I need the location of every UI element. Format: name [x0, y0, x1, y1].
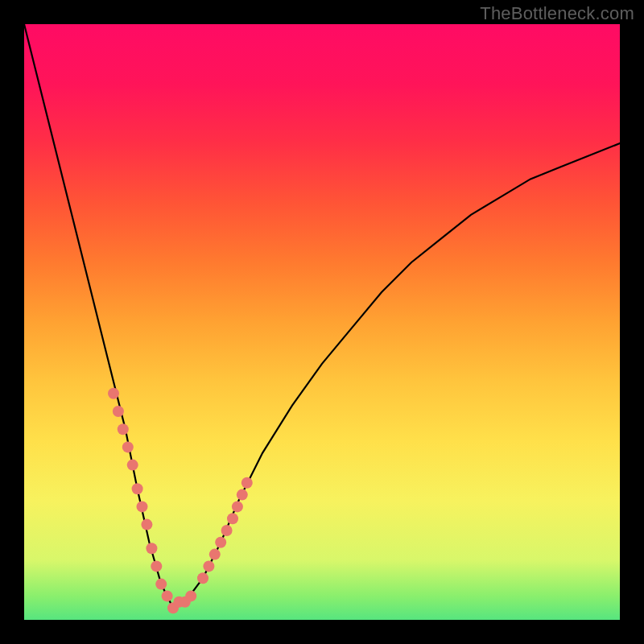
highlight-dot [141, 519, 152, 530]
highlight-dot [113, 406, 124, 417]
watermark-text: TheBottleneck.com [480, 3, 634, 24]
highlight-dot [209, 549, 221, 560]
highlight-dot [215, 537, 226, 548]
highlight-dot [227, 513, 238, 524]
highlight-dot [237, 489, 248, 501]
highlight-dot [151, 560, 162, 572]
highlight-dot [155, 579, 167, 590]
highlight-dot [162, 590, 173, 601]
highlight-dot [242, 477, 253, 489]
highlight-dot [185, 590, 196, 601]
highlight-dot [203, 560, 214, 572]
highlight-dot [197, 572, 208, 584]
chart-frame: TheBottleneck.com [0, 0, 644, 644]
highlight-dot [221, 525, 233, 536]
highlight-dot [108, 388, 119, 399]
highlight-dot [132, 483, 143, 494]
highlight-dot [118, 423, 129, 435]
highlight-dot [137, 501, 148, 512]
highlight-dot [122, 441, 134, 452]
plot-area [24, 24, 620, 620]
highlight-dot [146, 543, 157, 554]
bottleneck-curve [24, 24, 620, 608]
highlight-dots-group [108, 388, 253, 613]
highlight-dot [127, 460, 138, 471]
chart-svg [24, 24, 620, 620]
highlight-dot [232, 501, 243, 512]
